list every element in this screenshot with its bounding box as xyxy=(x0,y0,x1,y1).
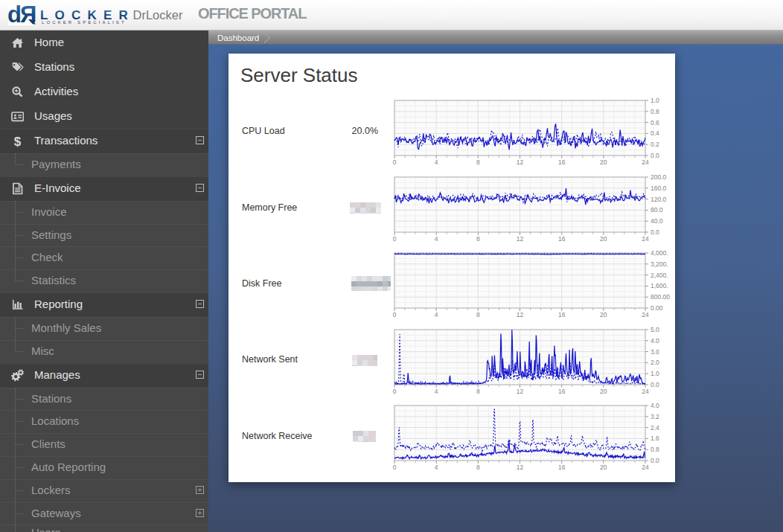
svg-text:1.0: 1.0 xyxy=(651,370,659,377)
svg-text:160.0: 160.0 xyxy=(651,185,667,192)
svg-text:0.8: 0.8 xyxy=(651,108,659,115)
svg-text:20: 20 xyxy=(600,388,607,395)
svg-text:2.4: 2.4 xyxy=(651,424,659,432)
svg-text:8: 8 xyxy=(476,388,480,395)
svg-text:4: 4 xyxy=(435,158,438,166)
svg-text:8: 8 xyxy=(476,311,480,318)
svg-text:12: 12 xyxy=(517,388,524,395)
svg-text:24: 24 xyxy=(642,388,649,395)
svg-text:16: 16 xyxy=(558,464,566,471)
svg-text:LOCKER SPECIALIST: LOCKER SPECIALIST xyxy=(42,20,127,25)
svg-text:120.0: 120.0 xyxy=(651,196,667,203)
svg-text:4: 4 xyxy=(435,388,438,395)
svg-text:16: 16 xyxy=(558,388,566,395)
svg-text:0.0: 0.0 xyxy=(651,457,659,464)
svg-text:800.00: 800.00 xyxy=(651,293,670,301)
svg-text:24: 24 xyxy=(642,311,649,318)
svg-text:4.0: 4.0 xyxy=(651,402,659,409)
svg-text:16: 16 xyxy=(558,311,566,318)
svg-text:4: 4 xyxy=(435,311,438,318)
svg-text:0.8: 0.8 xyxy=(651,446,659,453)
svg-text:1,600.: 1,600. xyxy=(651,282,668,289)
svg-text:12: 12 xyxy=(517,158,524,166)
svg-text:3.2: 3.2 xyxy=(651,413,659,420)
svg-text:0.0: 0.0 xyxy=(651,381,659,388)
svg-text:3.0: 3.0 xyxy=(651,348,659,356)
svg-text:0: 0 xyxy=(393,235,397,243)
svg-text:0: 0 xyxy=(393,464,397,471)
svg-text:2,400.: 2,400. xyxy=(651,272,668,279)
svg-text:2.0: 2.0 xyxy=(651,359,659,366)
svg-text:24: 24 xyxy=(642,235,649,243)
svg-text:20: 20 xyxy=(600,311,607,318)
svg-text:8: 8 xyxy=(476,158,480,166)
svg-text:1.0: 1.0 xyxy=(651,97,659,104)
svg-text:16: 16 xyxy=(558,235,566,243)
svg-text:200.0: 200.0 xyxy=(651,173,667,181)
svg-text:0.0: 0.0 xyxy=(651,152,659,159)
svg-text:12: 12 xyxy=(517,311,524,318)
svg-text:0: 0 xyxy=(393,158,397,166)
svg-text:4: 4 xyxy=(435,464,438,471)
svg-text:12: 12 xyxy=(517,464,524,471)
svg-text:4,000.: 4,000. xyxy=(651,249,668,257)
svg-text:20: 20 xyxy=(600,235,607,243)
svg-text:4.0: 4.0 xyxy=(651,337,659,344)
svg-text:12: 12 xyxy=(517,235,524,243)
svg-text:dЯ: dЯ xyxy=(7,1,36,28)
svg-text:40.0: 40.0 xyxy=(651,217,663,225)
svg-text:80.0: 80.0 xyxy=(651,206,663,214)
svg-text:8: 8 xyxy=(476,464,480,471)
svg-text:20: 20 xyxy=(600,464,607,471)
svg-text:0.6: 0.6 xyxy=(651,119,659,126)
svg-text:0.0: 0.0 xyxy=(651,228,659,236)
svg-text:4: 4 xyxy=(435,235,438,243)
svg-text:0: 0 xyxy=(393,388,397,395)
svg-text:0.2: 0.2 xyxy=(651,141,659,148)
svg-text:16: 16 xyxy=(558,158,566,166)
svg-text:8: 8 xyxy=(476,235,480,243)
svg-text:1.6: 1.6 xyxy=(651,435,659,442)
svg-text:0.00: 0.00 xyxy=(651,304,663,312)
svg-text:$: $ xyxy=(14,135,22,147)
svg-text:20: 20 xyxy=(600,158,607,166)
svg-text:3,200.: 3,200. xyxy=(651,260,668,268)
svg-text:0: 0 xyxy=(393,311,397,318)
svg-text:5.0: 5.0 xyxy=(651,326,659,333)
svg-text:24: 24 xyxy=(642,158,649,166)
svg-text:0.4: 0.4 xyxy=(651,129,659,137)
svg-text:24: 24 xyxy=(642,464,649,471)
